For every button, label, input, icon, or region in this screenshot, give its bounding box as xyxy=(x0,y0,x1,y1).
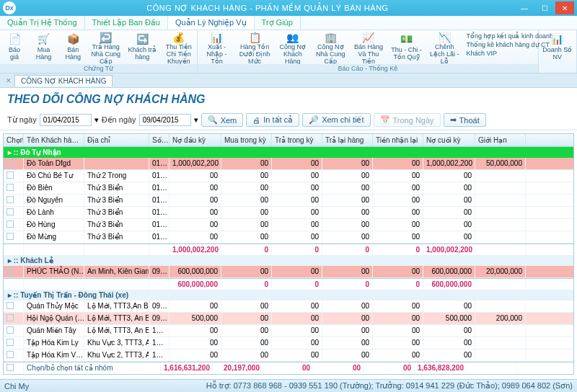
row-checkbox[interactable] xyxy=(6,196,14,203)
group-row[interactable]: ▸ :: Đò Tự Nhận xyxy=(4,147,573,158)
table-row[interactable]: Đò HùngThứ 3 Biển01…000000000000 xyxy=(4,219,573,231)
table-row[interactable]: Đò BiênThứ 3 Biển01…000000000000 xyxy=(4,182,573,195)
ribbon-item[interactable]: ↪️Khách trả hàng xyxy=(124,30,161,64)
table-row[interactable]: Tập Hóa Kim LyKhu Vực 3, TTT3, An Biển1…… xyxy=(4,337,573,349)
row-checkbox[interactable] xyxy=(6,220,14,228)
column-header[interactable]: Nợ đầu kỳ xyxy=(169,134,221,146)
menu-tab[interactable]: Quản Lý Nghiệp Vụ xyxy=(168,16,255,30)
ribbon-item[interactable]: 👥Công Nợ Khách Hàng xyxy=(273,30,312,64)
row-checkbox[interactable] xyxy=(6,267,14,275)
cell: PHÚC THẢO (N… xyxy=(24,266,84,277)
cell: 00 xyxy=(169,170,221,182)
row-checkbox[interactable] xyxy=(6,314,14,321)
row-checkbox[interactable] xyxy=(6,159,14,166)
group-row[interactable]: ▸ :: Tuyến Thị Trấn - Đông Thái (xe) xyxy=(4,290,573,300)
table-row[interactable]: Đò NguyênThứ 3 Biển01…000000000000 xyxy=(4,195,573,207)
cell: 01… xyxy=(149,158,169,169)
cell xyxy=(4,300,24,312)
ribbon-icon: 📉 xyxy=(437,32,452,43)
column-header[interactable]: Địa chỉ xyxy=(84,134,149,146)
ribbon-item[interactable]: 📊Xuất - Nhập - Tồn xyxy=(198,30,236,64)
ribbon-item[interactable]: 🏢Công Nợ Nhà Cung Cấp xyxy=(312,30,350,64)
today-button[interactable]: 📅Trong Ngày xyxy=(374,113,441,127)
dropdown-icon[interactable]: ▾ xyxy=(94,115,99,125)
from-date-input[interactable] xyxy=(40,114,92,126)
row-checkbox[interactable] xyxy=(6,172,14,179)
column-header[interactable]: Tiền nhận lại xyxy=(373,134,423,146)
grand-cell: 00 xyxy=(314,362,364,374)
cell: 00 xyxy=(373,158,423,169)
cell: 00 xyxy=(373,313,423,324)
ribbon-item[interactable]: 📊Doanh Số NV xyxy=(539,30,576,64)
ribbon-label: Báo giá xyxy=(4,47,25,61)
doctab-title[interactable]: CÔNG NỢ KHÁCH HÀNG xyxy=(14,75,113,86)
row-checkbox[interactable] xyxy=(6,339,14,346)
close-button[interactable]: ✕ xyxy=(555,1,574,14)
column-header[interactable]: Mua trong kỳ xyxy=(221,134,272,146)
table-row[interactable]: Quán Thủy MộcLộ Mới, TTT3,An Biên09…0000… xyxy=(4,300,573,313)
ribbon-item[interactable]: ↩️Trả Hàng Nhà Cung Cấp xyxy=(87,30,124,64)
menu-tab[interactable]: Thiết Lập Ban Đầu xyxy=(85,16,168,30)
cell: 00 xyxy=(423,325,475,337)
row-checkbox[interactable] xyxy=(6,302,14,309)
ribbon-item[interactable]: 💰Thu Tiền Chi Tiền Khuyến Mãi xyxy=(161,30,198,64)
column-header[interactable]: Chọn xyxy=(4,134,24,146)
menu-tab[interactable]: Trợ Giúp xyxy=(255,16,301,30)
table-row[interactable]: PHÚC THẢO (N…An Minh, Kiên Giang09…600,0… xyxy=(4,266,573,278)
ribbon-item[interactable]: 💵Thu - Chi - Tồn Quỹ xyxy=(387,30,426,64)
dropdown-icon[interactable]: ▾ xyxy=(194,115,198,125)
table-row[interactable]: Tập Hóa Kim V…Khu Vực 2, TTT3, An Biển1…… xyxy=(4,349,573,362)
group-row[interactable]: ▸ :: Khách Lẻ xyxy=(4,255,573,266)
detail-button[interactable]: 🔎Xem chi tiết xyxy=(302,113,370,127)
grand-cell: Chọn/bỏ chọn tất cả nhóm xyxy=(24,362,161,374)
grand-cell: 20,197,000 xyxy=(213,362,263,374)
select-all-checkbox[interactable] xyxy=(6,364,14,371)
cell: 09… xyxy=(149,266,169,277)
ribbon-item[interactable]: 📦Bán Hàng xyxy=(58,30,87,64)
ribbon-item[interactable]: 📉Chênh Lệch Lãi - Lỗ xyxy=(426,30,464,64)
row-checkbox[interactable] xyxy=(6,326,14,334)
cell xyxy=(4,207,24,218)
ribbon-icon: 📈 xyxy=(361,32,376,43)
column-header[interactable]: Trả trong kỳ xyxy=(272,134,322,146)
cell: 00 xyxy=(221,231,272,243)
maximize-button[interactable]: ☐ xyxy=(535,1,554,14)
table-row[interactable]: Đò LànhThứ 3 Biển01…000000000000 xyxy=(4,207,573,219)
row-checkbox[interactable] xyxy=(6,184,14,191)
row-checkbox[interactable] xyxy=(6,351,14,358)
ribbon: 📄Báo giá🛒Mua Hàng📦Bán Hàng↩️Trả Hàng Nhà… xyxy=(0,30,577,74)
table-row[interactable]: Đò Chú Bé TưThứ 2 Trong01…000000000000 xyxy=(4,170,573,182)
ribbon-icon: ↩️ xyxy=(99,32,113,43)
column-header[interactable]: Trả lại hàng xyxy=(322,134,373,146)
grid-header: ChọnTên Khách hà…Địa chỉSố…Nợ đầu kỳMua … xyxy=(4,134,573,147)
ribbon-label: Bán Hàng Và Thu Tiền xyxy=(353,44,384,66)
column-header[interactable]: Giới Hạn xyxy=(475,134,526,146)
doctab-close-icon[interactable]: ✕ xyxy=(3,76,14,86)
ribbon-item[interactable]: 📄Báo giá xyxy=(0,30,29,64)
ribbon-stack[interactable]: Tổng hợp kết quả kinh doanhThống kê khác… xyxy=(463,30,537,64)
column-header[interactable]: Nợ cuối kỳ xyxy=(423,134,475,146)
ribbon-item[interactable]: 📈Bán Hàng Và Thu Tiền xyxy=(350,30,388,64)
table-row[interactable]: Đò MừngThứ 3 Biển01…000000000000 xyxy=(4,231,573,244)
table-row[interactable]: Đò Toàn Dfgd01…1,000,002,200000000001,00… xyxy=(4,158,573,170)
cell xyxy=(84,158,149,169)
ribbon-icon: 💰 xyxy=(172,32,186,43)
to-date-input[interactable] xyxy=(139,114,191,126)
cell: Đò Hùng xyxy=(24,219,84,231)
cell: Tập Hóa Kim V… xyxy=(24,349,84,361)
table-row[interactable]: Quán Miền TâyLộ Mới, TTT3, An Biên1…0000… xyxy=(4,325,573,337)
view-button[interactable]: 🔍Xem xyxy=(201,113,244,127)
row-checkbox[interactable] xyxy=(6,208,14,215)
titlebar: Dx CÔNG NỢ KHÁCH HÀNG - PHẦN MỀM QUẢN LÝ… xyxy=(0,0,577,16)
minimize-button[interactable]: — xyxy=(515,1,534,14)
row-checkbox[interactable] xyxy=(6,233,14,240)
exit-button[interactable]: ➡Thoát xyxy=(444,113,486,127)
table-row[interactable]: Hội Ngộ Quán (…Lộ Mới, TTT3, An Biên09…5… xyxy=(4,313,573,325)
cell: 00 xyxy=(322,337,373,349)
print-all-button[interactable]: 🖨In tất cả xyxy=(246,113,299,127)
menu-tab[interactable]: Quản Trị Hệ Thống xyxy=(0,16,85,30)
column-header[interactable]: Tên Khách hà… xyxy=(24,134,84,146)
ribbon-item[interactable]: 🛒Mua Hàng xyxy=(29,30,58,64)
ribbon-item[interactable]: 📋Hàng Tồn Dưới Định Mức xyxy=(236,30,274,64)
column-header[interactable]: Số… xyxy=(149,134,169,146)
